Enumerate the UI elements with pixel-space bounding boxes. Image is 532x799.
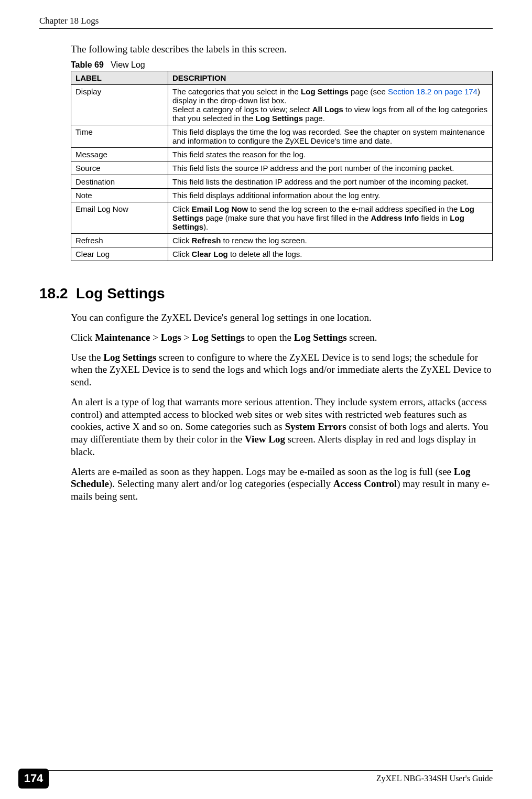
cell-desc: This field displays additional informati… bbox=[168, 189, 492, 202]
guide-name: ZyXEL NBG-334SH User's Guide bbox=[376, 774, 493, 783]
intro-text: The following table describes the labels… bbox=[71, 44, 493, 55]
cell-label: Display bbox=[71, 85, 168, 125]
page-footer: 174 ZyXEL NBG-334SH User's Guide bbox=[39, 770, 493, 783]
table-row: Refresh Click Refresh to renew the log s… bbox=[71, 234, 493, 247]
page-header: Chapter 18 Logs bbox=[39, 16, 493, 29]
cell-desc: This field lists the destination IP addr… bbox=[168, 175, 492, 189]
section-number: 18.2 bbox=[39, 285, 68, 301]
cell-desc: The categories that you select in the Lo… bbox=[168, 85, 492, 125]
table-title: View Log bbox=[111, 60, 145, 69]
body-paragraph: You can configure the ZyXEL Device's gen… bbox=[71, 311, 493, 324]
cell-desc: This field displays the time the log was… bbox=[168, 125, 492, 148]
cell-label: Message bbox=[71, 148, 168, 161]
table-row: Note This field displays additional info… bbox=[71, 189, 493, 202]
body-paragraph: Alerts are e-mailed as soon as they happ… bbox=[71, 466, 493, 503]
table-number: Table 69 bbox=[71, 60, 104, 69]
table-row: Message This field states the reason for… bbox=[71, 148, 493, 161]
cell-label: Note bbox=[71, 189, 168, 202]
th-label: LABEL bbox=[71, 71, 168, 85]
page-number-badge: 174 bbox=[18, 769, 49, 789]
body-paragraph: An alert is a type of log that warrants … bbox=[71, 396, 493, 458]
table-row: Email Log Now Click Email Log Now to sen… bbox=[71, 202, 493, 234]
cell-desc: This field lists the source IP address a… bbox=[168, 161, 492, 175]
table-caption: Table 69 View Log bbox=[71, 60, 493, 70]
cell-desc: Click Email Log Now to send the log scre… bbox=[168, 202, 492, 234]
cell-label: Email Log Now bbox=[71, 202, 168, 234]
cell-desc: This field states the reason for the log… bbox=[168, 148, 492, 161]
table-row: Source This field lists the source IP ad… bbox=[71, 161, 493, 175]
section-title: Log Settings bbox=[76, 285, 165, 301]
body-paragraph: Click Maintenance > Logs > Log Settings … bbox=[71, 331, 493, 344]
content-area: The following table describes the labels… bbox=[71, 44, 493, 503]
body-paragraph: Use the Log Settings screen to configure… bbox=[71, 351, 493, 388]
chapter-title: Chapter 18 Logs bbox=[39, 16, 99, 26]
table-row: Destination This field lists the destina… bbox=[71, 175, 493, 189]
view-log-table: LABEL DESCRIPTION Display The categories… bbox=[71, 71, 493, 261]
cell-label: Destination bbox=[71, 175, 168, 189]
table-row: Time This field displays the time the lo… bbox=[71, 125, 493, 148]
table-row: Clear Log Click Clear Log to delete all … bbox=[71, 247, 493, 261]
th-description: DESCRIPTION bbox=[168, 71, 492, 85]
cross-ref-link[interactable]: Section 18.2 on page 174 bbox=[388, 87, 477, 96]
section-heading: 18.2 Log Settings bbox=[39, 285, 493, 302]
cell-label: Refresh bbox=[71, 234, 168, 247]
table-row: Display The categories that you select i… bbox=[71, 85, 493, 125]
cell-label: Time bbox=[71, 125, 168, 148]
cell-desc: Click Clear Log to delete all the logs. bbox=[168, 247, 492, 261]
cell-desc: Click Refresh to renew the log screen. bbox=[168, 234, 492, 247]
cell-label: Clear Log bbox=[71, 247, 168, 261]
cell-label: Source bbox=[71, 161, 168, 175]
